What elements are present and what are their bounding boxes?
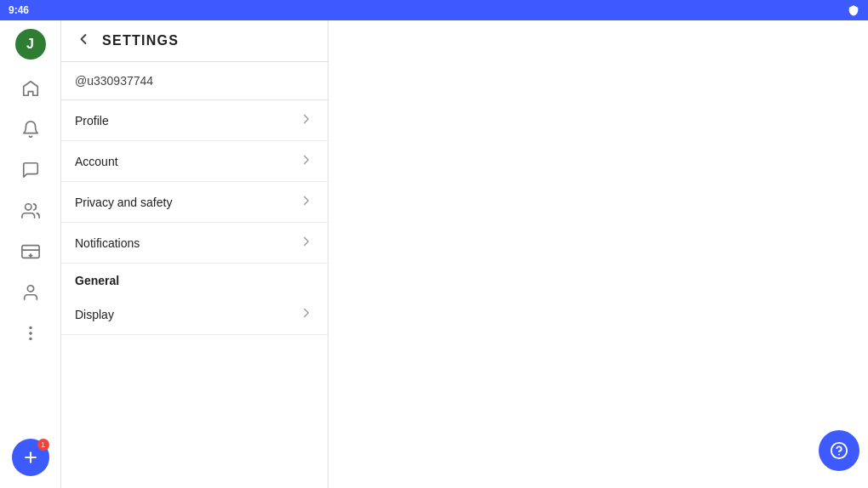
compose-fab[interactable]: 1 xyxy=(12,439,49,476)
app-container: J 1 xyxy=(0,20,868,488)
settings-item-account-label: Account xyxy=(75,155,118,168)
sidebar-item-profile[interactable] xyxy=(12,274,49,311)
status-time: 9:46 xyxy=(9,4,29,16)
user-circle-icon xyxy=(21,283,40,302)
chevron-right-icon xyxy=(299,111,314,127)
chevron-right-icon xyxy=(299,305,314,321)
settings-item-display[interactable]: Display xyxy=(61,294,328,335)
settings-item-notifications-label: Notifications xyxy=(75,236,140,250)
users-icon xyxy=(21,201,40,220)
home-icon xyxy=(21,79,40,98)
sidebar: J 1 xyxy=(0,20,61,488)
card-plus-icon xyxy=(21,242,40,261)
settings-item-privacy-label: Privacy and safety xyxy=(75,196,172,209)
svg-point-0 xyxy=(25,204,31,210)
settings-item-notifications[interactable]: Notifications xyxy=(61,223,328,264)
sidebar-item-add-card[interactable] xyxy=(12,233,49,270)
status-bar: 9:46 xyxy=(0,0,868,20)
chevron-right-icon xyxy=(299,152,314,167)
avatar[interactable]: J xyxy=(15,29,46,60)
account-chevron xyxy=(299,152,314,171)
display-chevron xyxy=(299,305,314,324)
settings-panel: SETTINGS @u330937744 Profile Account Pri… xyxy=(61,20,328,488)
help-fab[interactable] xyxy=(819,430,859,471)
sidebar-item-friends[interactable] xyxy=(12,192,49,230)
right-panel xyxy=(328,20,868,488)
help-icon xyxy=(830,441,848,460)
settings-header: SETTINGS xyxy=(61,20,328,62)
settings-item-profile-label: Profile xyxy=(75,114,109,128)
settings-title: SETTINGS xyxy=(102,33,179,48)
shield-icon xyxy=(848,4,859,16)
back-arrow-icon xyxy=(75,31,92,48)
chevron-right-icon xyxy=(299,234,314,249)
notifications-chevron xyxy=(299,234,314,253)
settings-item-profile[interactable]: Profile xyxy=(61,100,328,141)
sidebar-item-messages[interactable] xyxy=(12,151,49,189)
sidebar-item-notifications[interactable] xyxy=(12,111,49,148)
sidebar-item-more[interactable] xyxy=(12,315,49,352)
settings-item-display-label: Display xyxy=(75,308,114,321)
fab-badge: 1 xyxy=(37,439,49,451)
privacy-chevron xyxy=(299,193,314,212)
bell-icon xyxy=(21,120,40,139)
settings-username: @u330937744 xyxy=(61,62,328,100)
profile-chevron xyxy=(299,111,314,130)
more-icon xyxy=(21,324,40,343)
svg-point-5 xyxy=(27,286,33,292)
svg-point-7 xyxy=(30,327,31,329)
status-icons xyxy=(848,4,859,16)
plus-icon xyxy=(22,449,39,466)
chevron-right-icon xyxy=(299,193,314,208)
message-icon xyxy=(21,161,40,179)
sidebar-item-home[interactable] xyxy=(12,70,49,107)
svg-point-6 xyxy=(30,332,31,334)
back-button[interactable] xyxy=(75,31,92,51)
settings-item-account[interactable]: Account xyxy=(61,141,328,182)
settings-item-privacy[interactable]: Privacy and safety xyxy=(61,182,328,223)
svg-point-8 xyxy=(30,338,31,340)
section-header-general: General xyxy=(61,264,328,294)
